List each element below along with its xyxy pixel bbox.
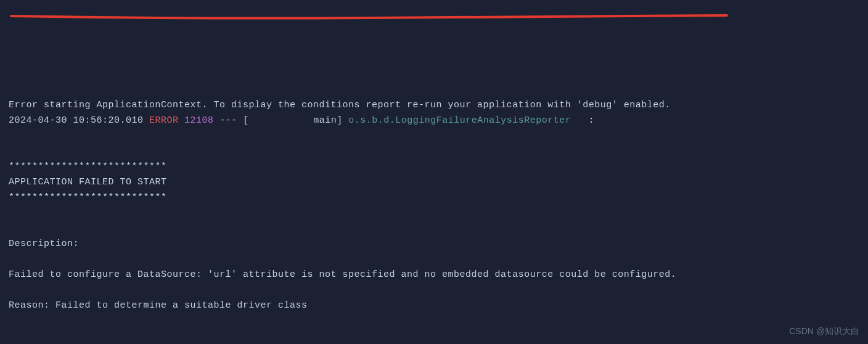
- banner-title: APPLICATION FAILED TO START: [9, 177, 167, 187]
- description-label: Description:: [9, 239, 79, 249]
- log-level: ERROR: [149, 115, 179, 126]
- log-colon: :: [571, 115, 594, 126]
- banner-border-top: ***************************: [9, 162, 167, 172]
- description-text: Failed to configure a DataSource: 'url' …: [9, 269, 676, 280]
- log-thread: --- [ main]: [219, 115, 343, 126]
- log-line-error-detail: 2024-04-30 10:56:20.010 ERROR 12108 --- …: [9, 115, 594, 126]
- watermark: CSDN @知识大白: [789, 324, 859, 339]
- log-timestamp: 2024-04-30 10:56:20.010: [9, 115, 144, 126]
- log-line-context-error: Error starting ApplicationContext. To di…: [9, 100, 671, 110]
- log-logger-class: o.s.b.d.LoggingFailureAnalysisReporter: [348, 115, 571, 126]
- reason-text: Reason: Failed to determine a suitable d…: [9, 300, 308, 311]
- annotation-underline-icon: [9, 14, 730, 25]
- banner-border-bottom: ***************************: [9, 192, 167, 203]
- log-pid: 12108: [184, 115, 214, 126]
